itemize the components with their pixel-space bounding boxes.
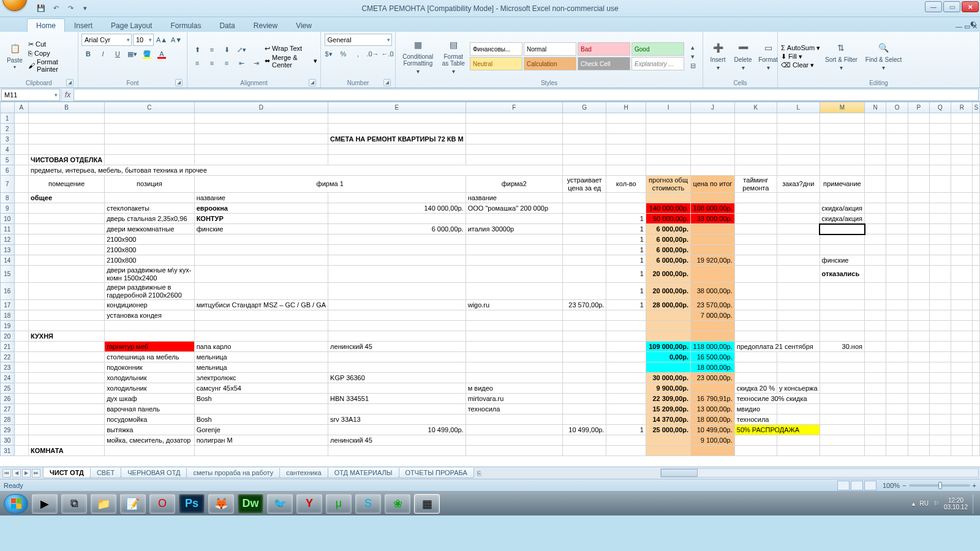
cell[interactable]: ЧИСТОВАЯ ОТДЕЛКА xyxy=(28,155,104,165)
column-header[interactable]: M xyxy=(820,102,864,113)
cell[interactable]: стеклопакеты xyxy=(105,203,195,214)
cell[interactable] xyxy=(28,144,104,155)
cell[interactable] xyxy=(973,283,980,300)
cell[interactable] xyxy=(929,394,951,404)
cell[interactable] xyxy=(28,342,104,352)
cell[interactable] xyxy=(606,113,646,124)
cell[interactable]: 16 500,00р. xyxy=(691,352,735,362)
cell[interactable] xyxy=(691,331,735,342)
cell[interactable]: 6 000,00р. xyxy=(328,224,466,234)
cell[interactable]: скидка 20 % xyxy=(734,383,777,394)
cell[interactable] xyxy=(777,446,820,456)
cell[interactable] xyxy=(951,352,973,362)
cell[interactable] xyxy=(105,144,195,155)
cell[interactable] xyxy=(865,331,886,342)
cell[interactable] xyxy=(908,176,929,193)
column-header[interactable]: E xyxy=(328,102,466,113)
cell[interactable] xyxy=(820,404,864,414)
comma-icon[interactable]: , xyxy=(352,48,365,60)
cell[interactable]: заказ?дни xyxy=(777,176,820,193)
cell[interactable] xyxy=(865,165,886,176)
tab-next-icon[interactable]: ▶ xyxy=(22,469,31,478)
cell[interactable]: подоконник xyxy=(105,362,195,373)
cell[interactable]: 140 000,00р. xyxy=(328,203,466,214)
cell[interactable] xyxy=(908,255,929,266)
cell[interactable] xyxy=(865,224,886,234)
clear-button[interactable]: ⌫ Clear▾ xyxy=(781,61,820,69)
cell-style-option[interactable]: Explanatory ... xyxy=(631,57,684,70)
cell[interactable]: скидка/акция xyxy=(820,203,864,214)
cell[interactable] xyxy=(691,266,735,283)
cell[interactable] xyxy=(820,425,864,435)
cell[interactable] xyxy=(886,266,908,283)
cell[interactable] xyxy=(886,165,908,176)
cell[interactable] xyxy=(14,266,28,283)
cell[interactable] xyxy=(951,193,973,203)
cell[interactable] xyxy=(646,124,690,134)
cell[interactable] xyxy=(466,425,562,435)
spreadsheet-grid[interactable]: ABCDEFGHIJKLMNOPQRS123СМЕТА НА РЕМОНТ КВ… xyxy=(0,102,980,467)
column-header[interactable]: J xyxy=(691,102,735,113)
cell[interactable] xyxy=(865,283,886,300)
cell[interactable]: HBN 334551 xyxy=(328,394,466,404)
cell[interactable] xyxy=(820,310,864,321)
cell-style-option[interactable]: Финансовы... xyxy=(470,42,522,56)
cell[interactable]: фирма 1 xyxy=(194,176,466,193)
cell[interactable] xyxy=(777,300,820,310)
cell[interactable] xyxy=(973,310,980,321)
cell[interactable] xyxy=(646,362,690,373)
font-color-button[interactable]: A xyxy=(155,48,168,60)
cell[interactable] xyxy=(865,383,886,394)
cell[interactable] xyxy=(691,321,735,331)
row-header[interactable]: 29 xyxy=(1,425,15,435)
cell[interactable] xyxy=(28,224,104,234)
redo-icon[interactable]: ↷ xyxy=(64,2,77,15)
row-header[interactable]: 15 xyxy=(1,266,15,283)
cell[interactable]: скидка/акция xyxy=(820,214,864,224)
cell[interactable] xyxy=(14,255,28,266)
cell[interactable] xyxy=(562,124,606,134)
fill-button[interactable]: ⬇ Fill▾ xyxy=(781,53,820,61)
cell[interactable] xyxy=(646,155,690,165)
cell[interactable] xyxy=(606,362,646,373)
cell[interactable] xyxy=(929,383,951,394)
cell[interactable] xyxy=(973,176,980,193)
cell[interactable] xyxy=(908,113,929,124)
cell[interactable] xyxy=(105,331,195,342)
cell[interactable] xyxy=(865,310,886,321)
cell[interactable] xyxy=(820,300,864,310)
row-header[interactable]: 8 xyxy=(1,193,15,203)
cell[interactable] xyxy=(691,193,735,203)
cell[interactable]: 0,00р. xyxy=(646,352,690,362)
cell[interactable] xyxy=(466,352,562,362)
cell[interactable] xyxy=(734,203,777,214)
cell[interactable] xyxy=(606,404,646,414)
cell[interactable] xyxy=(466,362,562,373)
cell[interactable]: 6 000,00р. xyxy=(646,245,690,255)
column-header[interactable]: A xyxy=(14,102,28,113)
cell[interactable] xyxy=(466,124,562,134)
cell[interactable] xyxy=(194,446,328,456)
cell[interactable] xyxy=(929,165,951,176)
cell[interactable] xyxy=(886,234,908,245)
cell[interactable]: 18 000,00р. xyxy=(691,362,735,373)
cell[interactable] xyxy=(886,193,908,203)
font-size-select[interactable]: 10 xyxy=(133,34,154,46)
cell[interactable] xyxy=(973,193,980,203)
column-header[interactable]: H xyxy=(606,102,646,113)
cell[interactable] xyxy=(951,214,973,224)
cell[interactable] xyxy=(973,342,980,352)
cell[interactable] xyxy=(951,155,973,165)
cell[interactable] xyxy=(777,266,820,283)
cell[interactable] xyxy=(194,134,328,144)
cell[interactable] xyxy=(14,373,28,383)
cell[interactable] xyxy=(886,224,908,234)
cell[interactable] xyxy=(908,404,929,414)
cell[interactable] xyxy=(908,193,929,203)
cell[interactable] xyxy=(734,245,777,255)
cell[interactable] xyxy=(886,283,908,300)
cell[interactable]: 6 000,00р. xyxy=(646,224,690,234)
taskbar-app-explorer[interactable]: 📁 xyxy=(91,494,116,514)
italic-button[interactable]: I xyxy=(96,48,110,60)
cell[interactable] xyxy=(951,425,973,435)
